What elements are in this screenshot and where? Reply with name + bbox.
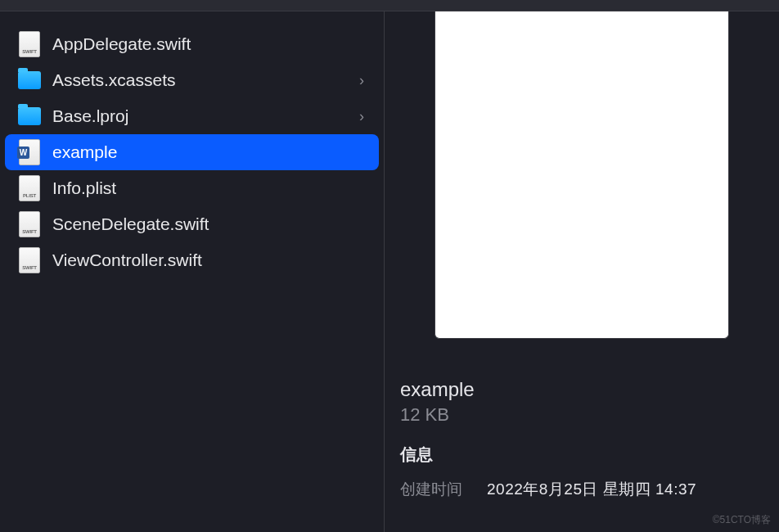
swift-file-icon: SWIFT xyxy=(18,210,41,238)
file-name-label: Base.lproj xyxy=(52,106,359,126)
file-row[interactable]: Base.lproj › xyxy=(5,98,379,134)
swift-file-icon: SWIFT xyxy=(18,246,41,274)
word-file-icon xyxy=(18,138,41,166)
chevron-right-icon: › xyxy=(359,72,369,89)
preview-meta: example 12 KB 信息 创建时间 2022年8月25日 星期四 14:… xyxy=(397,378,767,500)
info-label-created: 创建时间 xyxy=(400,479,462,500)
file-row[interactable]: SWIFT AppDelegate.swift xyxy=(5,26,379,62)
file-name-label: ViewController.swift xyxy=(52,250,369,270)
folder-icon xyxy=(18,102,41,130)
watermark: ©51CTO博客 xyxy=(713,513,771,527)
file-row[interactable]: PLIST Info.plist xyxy=(5,170,379,206)
file-name-label: Info.plist xyxy=(52,178,369,198)
info-section-heading: 信息 xyxy=(400,444,767,466)
info-value-created: 2022年8月25日 星期四 14:37 xyxy=(487,479,696,500)
file-row[interactable]: SWIFT SceneDelegate.swift xyxy=(5,206,379,242)
folder-icon xyxy=(18,66,41,94)
window-toolbar xyxy=(0,0,779,11)
info-row-created: 创建时间 2022年8月25日 星期四 14:37 xyxy=(400,479,767,500)
preview-file-name: example xyxy=(400,378,767,401)
file-name-label: AppDelegate.swift xyxy=(52,34,369,54)
file-name-label: Assets.xcassets xyxy=(52,70,359,90)
file-list: SWIFT AppDelegate.swift Assets.xcassets … xyxy=(0,11,385,532)
chevron-right-icon: › xyxy=(359,108,369,125)
preview-file-size: 12 KB xyxy=(400,404,767,426)
file-row-selected[interactable]: example xyxy=(5,134,379,170)
preview-panel: example 12 KB 信息 创建时间 2022年8月25日 星期四 14:… xyxy=(385,11,779,532)
file-name-label: SceneDelegate.swift xyxy=(52,214,369,234)
swift-file-icon: SWIFT xyxy=(18,30,41,58)
preview-thumbnail[interactable] xyxy=(435,11,729,339)
file-name-label: example xyxy=(52,142,369,162)
plist-file-icon: PLIST xyxy=(18,174,41,202)
main-content: SWIFT AppDelegate.swift Assets.xcassets … xyxy=(0,11,779,532)
file-row[interactable]: SWIFT ViewController.swift xyxy=(5,242,379,278)
file-row[interactable]: Assets.xcassets › xyxy=(5,62,379,98)
